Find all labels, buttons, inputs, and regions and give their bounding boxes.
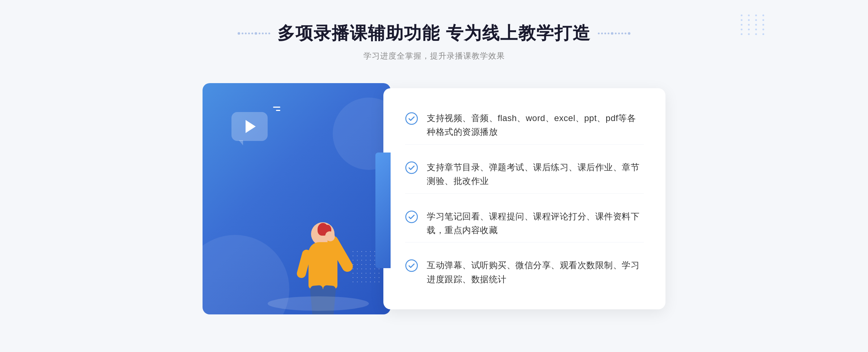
check-icon-2 xyxy=(405,161,418,174)
feature-text-3: 学习笔记回看、课程提问、课程评论打分、课件资料下载，重点内容收藏 xyxy=(427,210,644,237)
page-container: 多项录播课辅助功能 专为线上教学打造 学习进度全掌握，提升录播课教学效果 ≫ xyxy=(0,0,868,352)
svg-point-2 xyxy=(406,211,417,223)
play-triangle-icon xyxy=(246,120,256,133)
feature-text-4: 互动弹幕、试听购买、微信分享、观看次数限制、学习进度跟踪、数据统计 xyxy=(427,258,644,286)
ground-ellipse xyxy=(268,296,369,311)
play-bubble-inner xyxy=(231,112,268,141)
decorator-right xyxy=(598,32,630,35)
feature-item-3: 学习笔记回看、课程提问、课程评论打分、课件资料下载，重点内容收藏 xyxy=(405,205,644,243)
check-icon-3 xyxy=(405,210,418,223)
char-body xyxy=(293,222,322,293)
feature-text-2: 支持章节目录、弹题考试、课后练习、课后作业、章节测验、批改作业 xyxy=(427,160,644,188)
feature-item-4: 互动弹幕、试听购买、微信分享、观看次数限制、学习进度跟踪、数据统计 xyxy=(405,253,644,291)
svg-point-0 xyxy=(406,113,417,124)
deco-dot-grid-top-right xyxy=(741,14,767,35)
feature-item-1: 支持视频、音频、flash、word、excel、ppt、pdf等各种格式的资源… xyxy=(405,106,644,145)
illustration-card xyxy=(203,83,391,314)
features-card: 支持视频、音频、flash、word、excel、ppt、pdf等各种格式的资源… xyxy=(383,88,665,309)
char-torso xyxy=(309,242,337,289)
character-illustration xyxy=(264,126,373,314)
decorator-left xyxy=(238,32,270,35)
blue-accent-stripe xyxy=(375,153,391,268)
check-icon-4 xyxy=(405,259,418,272)
svg-point-1 xyxy=(406,162,417,173)
page-subtitle: 学习进度全掌握，提升录播课教学效果 xyxy=(238,51,630,61)
svg-point-3 xyxy=(406,260,417,271)
char-arm-left xyxy=(296,249,312,279)
page-title: 多项录播课辅助功能 专为线上教学打造 xyxy=(277,22,590,45)
feature-item-2: 支持章节目录、弹题考试、课后练习、课后作业、章节测验、批改作业 xyxy=(405,155,644,194)
content-section: ≫ xyxy=(181,83,687,314)
header-decorators: 多项录播课辅助功能 专为线上教学打造 xyxy=(238,22,630,45)
sparkle-decoration xyxy=(273,107,280,113)
header-section: 多项录播课辅助功能 专为线上教学打造 学习进度全掌握，提升录播课教学效果 xyxy=(238,22,630,61)
check-icon-1 xyxy=(405,112,418,125)
char-arm-right xyxy=(326,234,355,274)
feature-text-1: 支持视频、音频、flash、word、excel、ppt、pdf等各种格式的资源… xyxy=(427,111,644,139)
